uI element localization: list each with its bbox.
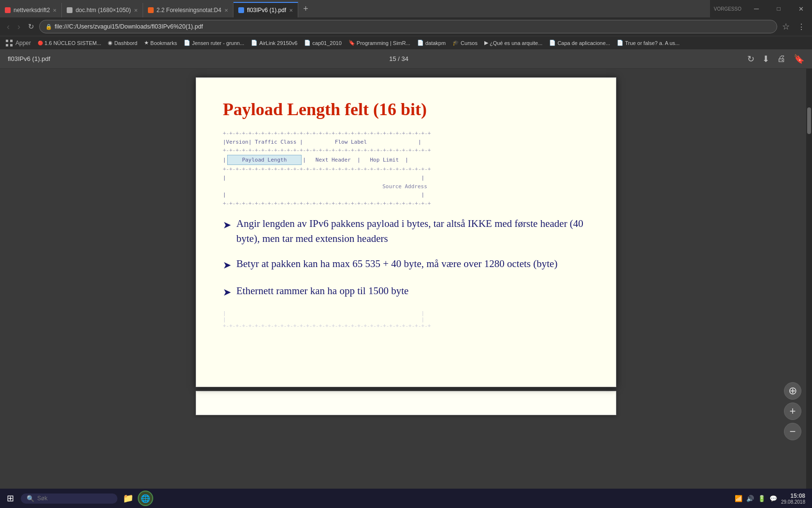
bookmark-10-label: Capa de aplicacione...: [557, 40, 610, 46]
bookmark-2-icon: ★: [144, 40, 149, 46]
search-input[interactable]: [37, 495, 105, 502]
pdf-page-indicator: 15 / 34: [389, 55, 408, 62]
bookmark-5[interactable]: 📄 cap01_2010: [301, 39, 345, 47]
bookmark-7[interactable]: 📄 datakpm: [414, 39, 449, 47]
tray-speaker-icon[interactable]: 🔊: [746, 495, 754, 502]
maximize-button[interactable]: □: [768, 0, 790, 17]
bookmark-5-icon: 📄: [304, 40, 311, 46]
bookmark-10-icon: 📄: [549, 40, 556, 46]
scrollbar-thumb[interactable]: [807, 107, 811, 134]
file-explorer-icon: 📁: [123, 493, 133, 504]
minimize-button[interactable]: ─: [745, 0, 768, 17]
url-bar[interactable]: 🔒 file:///C:/Users/zvagui15/Downloads/fl…: [39, 20, 777, 33]
tab2-label: doc.htm (812×508): [75, 7, 130, 14]
diagram-divider-1: +-+-+-+-+-+-+-+-+-+-+-+-+-+-+-+-+-+-+-+-…: [223, 129, 587, 138]
bookmarks-label: Apper: [15, 40, 31, 46]
lock-icon: 🔒: [45, 24, 52, 30]
bookmark-7-label: datakpm: [425, 40, 446, 46]
bookmark-11-label: True or false? a. A us...: [625, 40, 680, 46]
tab3-favicon: [148, 7, 154, 13]
bookmark-3-label: Jensen ruter - grunn...: [192, 40, 244, 46]
tab2-favicon: [67, 7, 72, 13]
diagram-divider-2: +-+-+-+-+-+-+-+-+-+-+-+-+-+-+-+-+-+-+-+-…: [223, 146, 587, 155]
zoom-in-button[interactable]: +: [784, 403, 801, 420]
tab1-favicon: [5, 7, 11, 13]
tray-network-icon[interactable]: 📶: [735, 495, 742, 502]
bullet-item-2: ➤ Ethernett rammer kan ha opp til 1500 b…: [223, 284, 587, 299]
pdf-refresh-icon[interactable]: ↻: [747, 54, 754, 64]
bookmark-2[interactable]: ★ Bookmarks: [141, 39, 180, 47]
bookmark-0[interactable]: 🔴 1.6 NÚCLEO SISTEM...: [35, 39, 104, 47]
tab-tab3[interactable]: 2.2 Forelesningsnotat:D4 ✕: [143, 3, 233, 17]
next-slide-peek: [196, 391, 616, 415]
back-button[interactable]: ‹: [4, 20, 13, 33]
pdf-download-icon[interactable]: ⬇: [762, 54, 769, 64]
bullet-arrow-1: ➤: [223, 258, 232, 272]
zoom-reset-button[interactable]: ⊕: [784, 382, 801, 400]
tab-bar: nettverksdrift2 ✕ doc.htm (812×508) ✕ …: [0, 0, 812, 17]
close-button[interactable]: ✕: [790, 0, 812, 17]
tab4-close[interactable]: ✕: [289, 8, 293, 13]
date-display: 29.08.2018: [781, 499, 805, 505]
tab1-close[interactable]: ✕: [53, 8, 57, 13]
taskbar-chrome[interactable]: 🌐: [138, 491, 153, 506]
search-icon: 🔍: [27, 495, 34, 502]
reload-button[interactable]: ↻: [25, 21, 37, 32]
time-display: 15:08: [781, 493, 805, 499]
pdf-bookmark-icon[interactable]: 🔖: [794, 54, 804, 64]
pdf-print-icon[interactable]: 🖨: [777, 54, 786, 64]
search-bar[interactable]: 🔍: [21, 493, 117, 504]
bookmark-10[interactable]: 📄 Capa de aplicacione...: [546, 39, 613, 47]
tab1-label: nettverksdrift2: [14, 7, 50, 14]
bookmark-9[interactable]: ▶ ¿Qué es una arquite...: [481, 39, 545, 47]
browser-chrome: nettverksdrift2 ✕ doc.htm (812×508) ✕ …: [0, 0, 812, 69]
tab4-favicon: [238, 7, 244, 13]
header-diagram: +-+-+-+-+-+-+-+-+-+-+-+-+-+-+-+-+-+-+-+-…: [223, 129, 587, 208]
zoom-out-button[interactable]: −: [784, 423, 801, 440]
tab2-close[interactable]: ✕: [134, 8, 138, 13]
menu-icon[interactable]: ⋮: [795, 21, 808, 33]
bullet-arrow-0: ➤: [223, 218, 232, 232]
zoom-controls: ⊕ + −: [784, 382, 801, 440]
taskbar: ⊞ 🔍 📁 🌐 📶 🔊 🔋 💬 15:08 29.08.2018: [0, 489, 812, 508]
payload-length-cell: Payload Length: [227, 155, 302, 165]
diagram-row-2: | Payload Length | Next Header | Hop Lim…: [223, 155, 587, 165]
bookmark-1[interactable]: ◉ Dashbord: [105, 39, 140, 47]
star-icon[interactable]: ☆: [779, 20, 793, 33]
tab-tab4[interactable]: fl03IPv6 (1).pdf ✕: [233, 2, 298, 17]
diagram-divider-4: +-+-+-+-+-+-+-+-+-+-+-+-+-+-+-+-+-+-+-+-…: [223, 199, 587, 208]
tab3-close[interactable]: ✕: [224, 8, 228, 13]
bookmark-5-label: cap01_2010: [312, 40, 342, 46]
bookmark-6[interactable]: 🔖 Programming | SimR...: [346, 39, 413, 47]
bookmark-8[interactable]: 🎓 Cursos: [450, 39, 480, 47]
bookmark-11[interactable]: 📄 True or false? a. A us...: [614, 39, 682, 47]
tab3-label: 2.2 Forelesningsnotat:D4: [157, 7, 221, 14]
bullet-item-1: ➤ Betyr at pakken kan ha max 65 535 + 40…: [223, 256, 587, 272]
start-button[interactable]: ⊞: [2, 490, 19, 507]
tab-tab2[interactable]: doc.htm (812×508) ✕: [62, 3, 143, 17]
tray-notification-icon[interactable]: 💬: [769, 495, 777, 502]
bookmark-4[interactable]: 📄 AirLink 29150v6: [248, 39, 300, 47]
bookmark-8-label: Cursos: [461, 40, 478, 46]
svg-rect-1: [10, 40, 13, 42]
slide-title: Payload Length felt (16 bit): [223, 99, 587, 120]
tab-tab1[interactable]: nettverksdrift2 ✕: [0, 3, 62, 17]
bookmark-3[interactable]: 📄 Jensen ruter - grunn...: [181, 39, 247, 47]
new-tab-button[interactable]: +: [298, 2, 313, 16]
bullet-text-1: Betyr at pakken kan ha max 65 535 + 40 b…: [236, 256, 557, 271]
bullet-text-0: Angir lengden av IPv6 pakkens payload i …: [236, 216, 587, 246]
bookmark-1-icon: ◉: [108, 40, 113, 46]
scrollbar[interactable]: [806, 69, 812, 489]
bookmark-0-label: 1.6 NÚCLEO SISTEM...: [44, 40, 101, 46]
svg-rect-2: [6, 44, 8, 46]
forward-button[interactable]: ›: [14, 20, 23, 33]
tray-battery-icon[interactable]: 🔋: [758, 495, 766, 502]
content-area: Payload Length felt (16 bit) +-+-+-+-+-+…: [0, 69, 812, 489]
taskbar-time[interactable]: 15:08 29.08.2018: [781, 493, 805, 505]
bullet-text-2: Ethernett rammer kan ha opp til 1500 byt…: [236, 284, 408, 298]
apps-icon[interactable]: [4, 38, 14, 48]
svg-rect-0: [6, 40, 8, 42]
diagram-divider-3: +-+-+-+-+-+-+-+-+-+-+-+-+-+-+-+-+-+-+-+-…: [223, 165, 587, 174]
bookmark-7-icon: 📄: [417, 40, 424, 46]
taskbar-file-explorer[interactable]: 📁: [120, 491, 136, 506]
